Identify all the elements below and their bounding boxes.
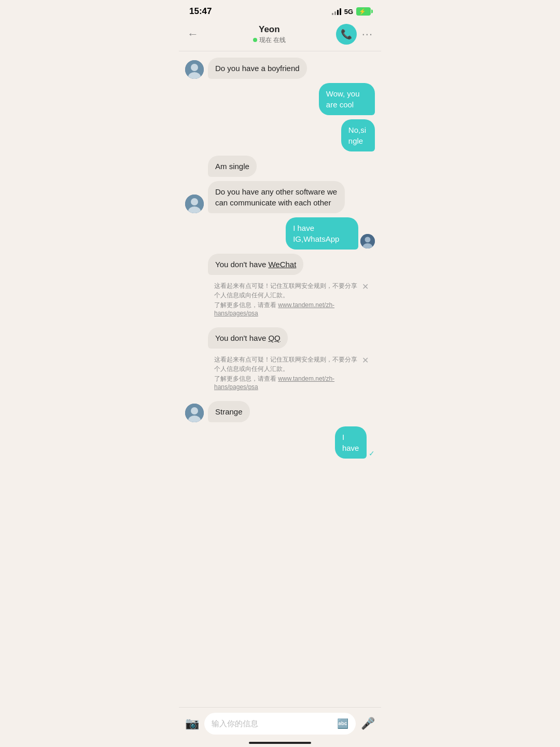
- avatar: [185, 195, 204, 213]
- contact-name: Yeon: [203, 24, 336, 35]
- message-row: Strange: [185, 401, 375, 422]
- warning-text-content: 这看起来有点可疑！记住互联网安全规则，不要分享个人信息或向任何人汇款。: [214, 281, 359, 300]
- message-row: You don't have QQ: [185, 327, 375, 349]
- warning-link: 了解更多信息，请查看 www.tandem.net/zh-hans/pages/…: [214, 301, 369, 317]
- message-text: Wow, you are cool: [326, 89, 360, 109]
- svg-point-1: [191, 64, 198, 71]
- message-bubble: You don't have QQ: [208, 327, 288, 349]
- message-row: I have IG,WhatsApp: [185, 217, 375, 250]
- message-bubble: Am single: [208, 156, 257, 177]
- message-text: No,single: [348, 126, 366, 145]
- warning-close-button-2[interactable]: ✕: [362, 354, 369, 367]
- warning-block: 这看起来有点可疑！记住互联网安全规则，不要分享个人信息或向任何人汇款。 ✕ 了解…: [208, 277, 375, 321]
- signal-icon: [332, 8, 341, 15]
- message-text: You don't have WeChat: [215, 260, 296, 269]
- message-row: No,single: [185, 119, 375, 151]
- message-text: Do you have a boyfriend: [215, 64, 300, 73]
- back-button[interactable]: ←: [187, 25, 203, 43]
- message-row: Do you have a boyfriend: [185, 58, 375, 79]
- battery-icon: ⚡: [356, 7, 371, 16]
- input-placeholder: 输入你的信息: [212, 719, 258, 729]
- message-input[interactable]: 输入你的信息 🔤: [204, 713, 356, 735]
- warning-close-button[interactable]: ✕: [362, 281, 369, 293]
- message-row: I have ✓: [185, 426, 375, 459]
- call-button[interactable]: 📞: [336, 24, 357, 45]
- network-label: 5G: [344, 8, 353, 16]
- message-text: You don't have QQ: [215, 334, 281, 342]
- message-bubble: Strange: [208, 401, 250, 422]
- message-bubble: I have: [335, 426, 367, 459]
- message-bubble: No,single: [341, 119, 375, 151]
- message-text: Do you have any other software we can co…: [215, 187, 337, 207]
- message-text: Am single: [215, 162, 249, 171]
- message-row: You don't have WeChat: [185, 254, 375, 275]
- status-icons: 5G ⚡: [332, 7, 371, 16]
- chat-area: Do you have a boyfriend Wow, you are coo…: [179, 51, 381, 500]
- header-actions: 📞 ···: [336, 24, 373, 45]
- sent-wrapper: I have ✓: [331, 426, 375, 459]
- message-row: Do you have any other software we can co…: [185, 181, 375, 213]
- message-bubble: I have IG,WhatsApp: [286, 217, 358, 250]
- chat-header: ← Yeon 现在 在线 📞 ···: [179, 20, 381, 51]
- warning-link-url-2[interactable]: www.tandem.net/zh-hans/pages/psa: [214, 375, 334, 391]
- status-bar: 15:47 5G ⚡: [179, 0, 381, 20]
- warning-block: 这看起来有点可疑！记住互联网安全规则，不要分享个人信息或向任何人汇款。 ✕ 了解…: [208, 351, 375, 395]
- translate-button[interactable]: 🔤: [337, 718, 348, 729]
- message-row: Am single: [185, 156, 375, 177]
- warning-link-2: 了解更多信息，请查看 www.tandem.net/zh-hans/pages/…: [214, 375, 369, 391]
- read-tick-icon: ✓: [369, 449, 375, 458]
- online-status: 现在 在线: [203, 36, 336, 45]
- input-bar: 📷 输入你的信息 🔤 🎤: [179, 707, 381, 747]
- message-row: Wow, you are cool: [185, 83, 375, 115]
- avatar: [185, 404, 204, 422]
- phone-icon: 📞: [341, 29, 352, 40]
- camera-button[interactable]: 📷: [185, 717, 199, 730]
- message-bubble: Wow, you are cool: [319, 83, 375, 115]
- svg-point-4: [191, 198, 198, 205]
- mic-button[interactable]: 🎤: [361, 717, 375, 730]
- warning-text-content: 这看起来有点可疑！记住互联网安全规则，不要分享个人信息或向任何人汇款。: [214, 355, 359, 374]
- status-time: 15:47: [189, 6, 212, 17]
- message-text: I have IG,WhatsApp: [293, 224, 339, 243]
- svg-point-10: [191, 407, 198, 414]
- status-text: 现在 在线: [259, 36, 286, 45]
- more-button[interactable]: ···: [362, 27, 373, 41]
- self-avatar: [360, 234, 375, 248]
- message-bubble: Do you have any other software we can co…: [208, 181, 345, 213]
- home-indicator: [249, 742, 311, 744]
- message-bubble: Do you have a boyfriend: [208, 58, 307, 79]
- message-bubble: You don't have WeChat: [208, 254, 303, 275]
- sent-wrapper: Wow, you are cool: [297, 83, 375, 115]
- header-center: Yeon 现在 在线: [203, 24, 336, 45]
- online-dot-icon: [253, 38, 257, 42]
- message-text: Strange: [215, 407, 243, 416]
- warning-message-wechat: You don't have WeChat 这看起来有点可疑！记住互联网安全规则…: [185, 254, 375, 323]
- sent-wrapper: No,single: [328, 119, 375, 151]
- warning-message-qq: You don't have QQ 这看起来有点可疑！记住互联网安全规则，不要分…: [185, 327, 375, 397]
- avatar: [185, 60, 204, 79]
- sent-wrapper: I have IG,WhatsApp: [274, 217, 375, 250]
- svg-point-7: [365, 237, 371, 242]
- warning-link-url[interactable]: www.tandem.net/zh-hans/pages/psa: [214, 301, 334, 317]
- message-text: I have: [342, 433, 359, 452]
